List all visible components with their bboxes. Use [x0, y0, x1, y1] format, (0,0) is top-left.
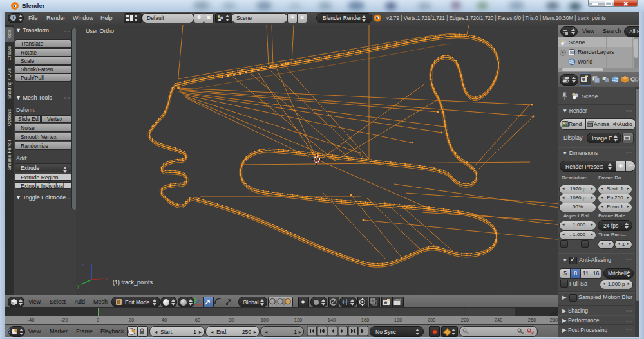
svg-text:x: x	[105, 277, 108, 281]
svg-text:y: y	[77, 284, 80, 289]
svg-text:z: z	[82, 262, 84, 267]
